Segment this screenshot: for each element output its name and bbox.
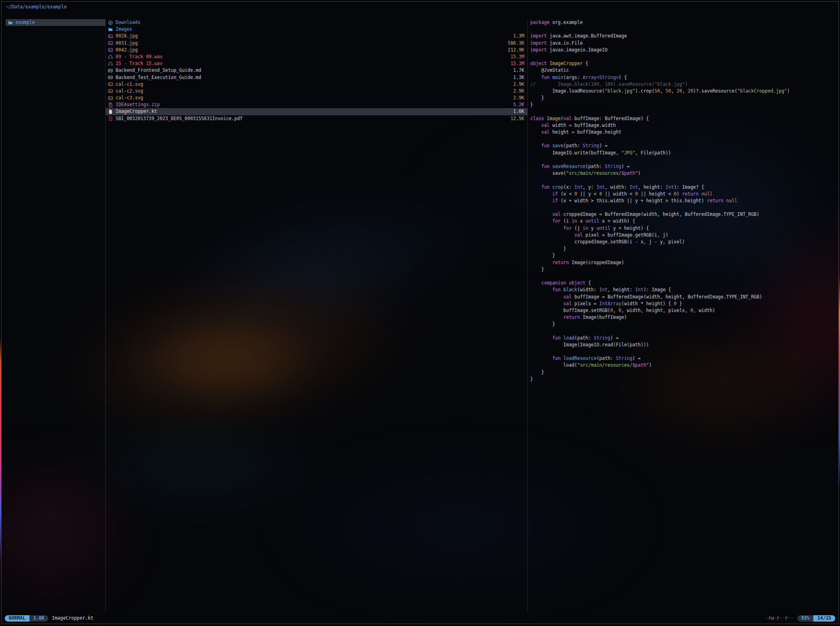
file-row[interactable]: 15 - Track 15.wav15.3M <box>106 60 527 67</box>
file-row[interactable]: ImageCropper.kt1.6K <box>106 108 527 115</box>
position-pill: 93% 14/15 <box>797 615 835 622</box>
file-name: cal-c3.svg <box>116 95 513 101</box>
code-line: } <box>530 376 836 383</box>
code-line: if (x < 0 || y < 0 || width < 0 || heigh… <box>530 191 836 197</box>
file-preview-pane: package org.exampleimport java.awt.image… <box>528 19 836 613</box>
zip-icon <box>108 103 113 107</box>
image-icon <box>108 47 113 52</box>
code-line: // Image.black(100, 100).saveResource("b… <box>530 81 836 88</box>
file-name: ImageCropper.kt <box>116 108 513 115</box>
code-line: load("src/main/resources/$path") <box>530 362 836 369</box>
svg-image-icon <box>108 82 113 87</box>
file-name: SBI_0032013739_2023_DE05_0003155631Invoi… <box>116 115 510 122</box>
file-icon <box>108 109 113 114</box>
code-line <box>530 53 836 60</box>
code-line: val pixel = buffImage.getRGB(i, j) <box>530 232 836 239</box>
code-line <box>530 108 836 115</box>
code-line: @JvmStatic <box>530 67 836 74</box>
pdf-icon <box>108 116 113 121</box>
code-line: fun black(width: Int, height: Int): Imag… <box>530 286 836 293</box>
code-line: } <box>530 321 836 328</box>
code-line: if (x + width > this.width || y + height… <box>530 197 836 204</box>
file-name: cal-c1.svg <box>116 81 513 88</box>
status-filename: ImageCropper.kt <box>52 615 93 622</box>
parent-directory-pane: example <box>6 19 105 613</box>
scroll-percent: 93% <box>797 615 814 622</box>
file-row[interactable]: 09 - Track 09.wav15.3M <box>106 53 527 60</box>
folder-icon <box>108 27 113 32</box>
code-line <box>530 328 836 334</box>
folder-icon <box>8 20 13 25</box>
file-row[interactable]: 0031.jpg586.3K <box>106 40 527 47</box>
code-line: val croppedImage = BufferedImage(width, … <box>530 211 836 218</box>
file-row[interactable]: 0028.jpg1.3M <box>106 33 527 39</box>
file-name: Backend_Test_Execution_Guide.md <box>116 74 513 81</box>
file-manager-panes: example DownloadsImages0028.jpg1.3M0031.… <box>6 19 836 613</box>
code-line: buffImage.setRGB(0, 0, width, height, pi… <box>530 307 836 314</box>
code-line <box>530 26 836 33</box>
svg-image-icon <box>108 89 113 93</box>
code-line <box>530 156 836 163</box>
file-row[interactable]: IDEAsettings.zip5.2K <box>106 101 527 108</box>
file-name: 15 - Track 15.wav <box>116 60 510 67</box>
file-size: 2.9K <box>513 81 524 88</box>
code-line: val pixels = IntArray(width * height) { … <box>530 300 836 307</box>
file-size: 12.5K <box>510 115 524 122</box>
file-name: 0031.jpg <box>116 40 508 47</box>
code-line: fun saveResource(path: String) = <box>530 163 836 170</box>
code-line: } <box>530 95 836 101</box>
file-size: 15.3M <box>510 53 524 60</box>
file-row[interactable]: cal-c2.svg2.9K <box>106 88 527 95</box>
code-line: save("src/main/resources/$path") <box>530 170 836 177</box>
file-size: 212.9K <box>508 47 524 53</box>
audio-icon <box>108 61 113 66</box>
file-row[interactable]: 0042.jpg212.9K <box>106 47 527 53</box>
code-line: ImageIO.write(buffImage, "JPG", File(pat… <box>530 150 836 156</box>
status-bar: NORMAL 1.6K ImageCropper.kt -rw-r--r-- 9… <box>5 615 835 622</box>
file-size: 586.3K <box>508 40 524 47</box>
code-line: import javax.imageio.ImageIO <box>530 47 836 53</box>
file-name: example <box>16 19 102 26</box>
file-size: 1.6K <box>513 108 524 115</box>
file-size: 1.3M <box>513 33 524 39</box>
code-line: val buffImage = BufferedImage(width, hei… <box>530 294 836 300</box>
file-size: 5.2K <box>513 101 524 108</box>
code-line <box>530 273 836 280</box>
code-line: } <box>530 101 836 108</box>
file-size: 1.7K <box>513 67 524 74</box>
file-row[interactable]: cal-c3.svg2.9K <box>106 95 527 101</box>
file-row[interactable]: SBI_0032013739_2023_DE05_0003155631Invoi… <box>106 115 527 122</box>
code-line: for (i in x until x + width) { <box>530 218 836 225</box>
file-row[interactable]: example <box>6 19 105 26</box>
code-line: companion object { <box>530 280 836 286</box>
code-line: val height = buffImage.height <box>530 129 836 136</box>
markdown-icon <box>108 68 113 73</box>
file-row[interactable]: Backend_Test_Execution_Guide.md1.3K <box>106 74 527 81</box>
code-line: } <box>530 252 836 259</box>
status-bar-right: -rw-r--r-- 93% 14/15 <box>765 615 835 622</box>
file-row[interactable]: Downloads <box>106 19 527 26</box>
code-line: fun crop(x: Int, y: Int, width: Int, hei… <box>530 184 836 191</box>
file-row[interactable]: Backend_Frontend_Setup_Guide.md1.7K <box>106 67 527 74</box>
file-row[interactable]: Images <box>106 26 527 33</box>
code-line: fun save(path: String) = <box>530 142 836 149</box>
code-line: object ImageCropper { <box>530 60 836 67</box>
markdown-icon <box>108 75 113 80</box>
file-size-indicator: 1.6K <box>30 615 49 622</box>
file-name: Backend_Frontend_Setup_Guide.md <box>116 67 513 74</box>
code-line <box>530 136 836 142</box>
image-icon <box>108 41 113 45</box>
file-name: Downloads <box>116 19 524 26</box>
code-line: Image.loadResource("black.jpg").crop(50,… <box>530 88 836 95</box>
svg-image-icon <box>108 96 113 101</box>
terminal-window: ~/Data/example/example example Downloads… <box>1 1 839 624</box>
code-line <box>530 204 836 211</box>
code-line: val width = buffImage.width <box>530 122 836 129</box>
code-line: fun load(path: String) = <box>530 335 836 342</box>
audio-icon <box>108 55 113 59</box>
code-line: } <box>530 369 836 376</box>
file-list-pane: DownloadsImages0028.jpg1.3M0031.jpg586.3… <box>106 19 527 613</box>
code-line <box>530 348 836 355</box>
file-row[interactable]: cal-c1.svg2.9K <box>106 81 527 88</box>
image-icon <box>108 34 113 39</box>
